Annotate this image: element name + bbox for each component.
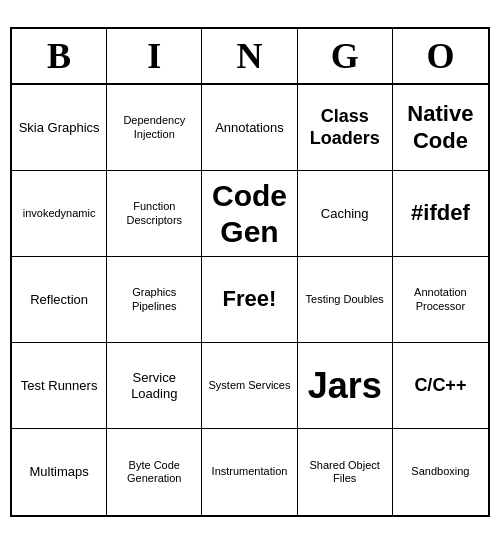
cell-label: Free!: [223, 286, 277, 312]
cell-label: Code Gen: [206, 178, 292, 250]
header-letter: N: [202, 29, 297, 83]
bingo-cell: Code Gen: [202, 171, 297, 257]
cell-label: Jars: [308, 364, 382, 407]
cell-label: System Services: [209, 379, 291, 392]
cell-label: Annotations: [215, 120, 284, 136]
bingo-cell: Native Code: [393, 85, 488, 171]
header-letter: B: [12, 29, 107, 83]
bingo-cell: Annotation Processor: [393, 257, 488, 343]
bingo-cell: Multimaps: [12, 429, 107, 515]
cell-label: Byte Code Generation: [111, 459, 197, 485]
cell-label: Class Loaders: [302, 106, 388, 149]
cell-label: Graphics Pipelines: [111, 286, 197, 312]
header-letter: G: [298, 29, 393, 83]
cell-label: #ifdef: [411, 200, 470, 226]
bingo-cell: Instrumentation: [202, 429, 297, 515]
cell-label: Annotation Processor: [397, 286, 484, 312]
cell-label: Multimaps: [29, 464, 88, 480]
cell-label: Native Code: [397, 101, 484, 154]
header-letter: O: [393, 29, 488, 83]
bingo-cell: Byte Code Generation: [107, 429, 202, 515]
cell-label: Instrumentation: [212, 465, 288, 478]
bingo-cell: Free!: [202, 257, 297, 343]
header-letter: I: [107, 29, 202, 83]
bingo-header: BINGO: [12, 29, 488, 85]
cell-label: Sandboxing: [411, 465, 469, 478]
bingo-cell: Testing Doubles: [298, 257, 393, 343]
cell-label: Caching: [321, 206, 369, 222]
bingo-cell: System Services: [202, 343, 297, 429]
bingo-cell: Service Loading: [107, 343, 202, 429]
cell-label: Service Loading: [111, 370, 197, 401]
bingo-cell: Shared Object Files: [298, 429, 393, 515]
bingo-cell: Function Descriptors: [107, 171, 202, 257]
cell-label: Shared Object Files: [302, 459, 388, 485]
cell-label: Testing Doubles: [306, 293, 384, 306]
bingo-cell: Dependency Injection: [107, 85, 202, 171]
cell-label: Reflection: [30, 292, 88, 308]
bingo-cell: Skia Graphics: [12, 85, 107, 171]
bingo-cell: Test Runners: [12, 343, 107, 429]
cell-label: C/C++: [414, 375, 466, 397]
bingo-cell: Sandboxing: [393, 429, 488, 515]
bingo-cell: Graphics Pipelines: [107, 257, 202, 343]
bingo-cell: Class Loaders: [298, 85, 393, 171]
bingo-card: BINGO Skia GraphicsDependency InjectionA…: [10, 27, 490, 517]
bingo-cell: invokedynamic: [12, 171, 107, 257]
bingo-cell: Jars: [298, 343, 393, 429]
cell-label: invokedynamic: [23, 207, 96, 220]
bingo-cell: Reflection: [12, 257, 107, 343]
bingo-cell: Annotations: [202, 85, 297, 171]
cell-label: Skia Graphics: [19, 120, 100, 136]
cell-label: Dependency Injection: [111, 114, 197, 140]
bingo-cell: C/C++: [393, 343, 488, 429]
cell-label: Test Runners: [21, 378, 98, 394]
cell-label: Function Descriptors: [111, 200, 197, 226]
bingo-cell: #ifdef: [393, 171, 488, 257]
bingo-grid: Skia GraphicsDependency InjectionAnnotat…: [12, 85, 488, 515]
bingo-cell: Caching: [298, 171, 393, 257]
